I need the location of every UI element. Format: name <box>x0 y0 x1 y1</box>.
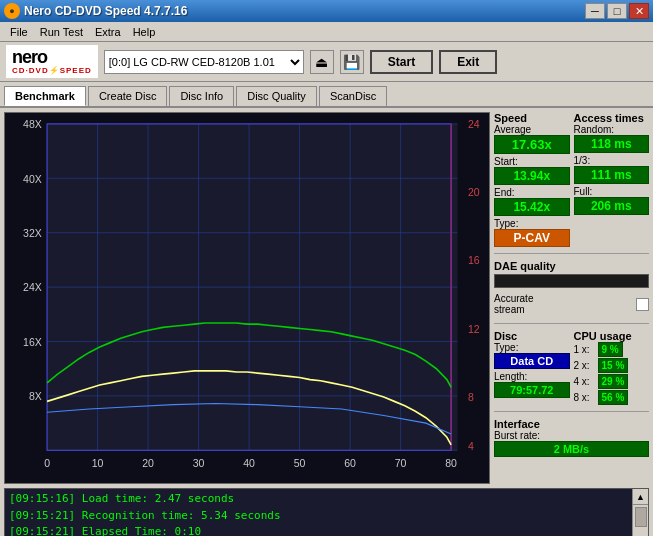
tab-disc-info[interactable]: Disc Info <box>169 86 234 106</box>
logo: nero CD·DVD⚡SPEED <box>6 45 98 78</box>
speed-end-label: End: <box>494 187 570 198</box>
svg-text:0: 0 <box>44 457 50 469</box>
accurate-stream-row: Accurate stream <box>494 293 649 315</box>
accurate-stream-label: Accurate <box>494 293 633 304</box>
disc-cpu-row: Disc Type: Data CD Length: 79:57.72 CPU … <box>494 330 649 405</box>
close-button[interactable]: ✕ <box>629 3 649 19</box>
cpu-8x: 8 x: 56 % <box>574 390 650 405</box>
speed-average-label: Average <box>494 124 570 135</box>
exit-button[interactable]: Exit <box>439 50 497 74</box>
interface-title: Interface <box>494 418 649 430</box>
disc-section: Disc Type: Data CD Length: 79:57.72 <box>494 330 570 405</box>
speed-type-value: P-CAV <box>494 229 570 247</box>
access-random-value: 118 ms <box>574 135 650 153</box>
title-controls: ─ □ ✕ <box>585 3 649 19</box>
cpu-4x-label: 4 x: <box>574 376 596 387</box>
svg-text:4: 4 <box>468 440 474 452</box>
log-entry-3: [09:15:21] Elapsed Time: 0:10 <box>9 524 628 536</box>
svg-text:8: 8 <box>468 391 474 403</box>
speed-end-value: 15.42x <box>494 198 570 216</box>
main-content: 48X 40X 32X 24X 16X 8X 24 20 16 12 8 4 0… <box>0 108 653 488</box>
svg-text:24X: 24X <box>23 281 42 293</box>
menu-help[interactable]: Help <box>127 24 162 40</box>
chart-area: 48X 40X 32X 24X 16X 8X 24 20 16 12 8 4 0… <box>4 112 490 484</box>
app-icon: ● <box>4 3 20 19</box>
tab-bar: Benchmark Create Disc Disc Info Disc Qua… <box>0 82 653 108</box>
svg-text:80: 80 <box>445 457 457 469</box>
menu-bar: File Run Test Extra Help <box>0 22 653 42</box>
svg-text:40: 40 <box>243 457 255 469</box>
start-button[interactable]: Start <box>370 50 433 74</box>
log-entry-1: [09:15:16] Load time: 2.47 seconds <box>9 491 628 508</box>
dae-title: DAE quality <box>494 260 649 272</box>
cpu-8x-value: 56 % <box>598 390 629 405</box>
cpu-1x: 1 x: 9 % <box>574 342 650 357</box>
accurate-stream-label2: stream <box>494 304 633 315</box>
svg-text:40X: 40X <box>23 172 42 184</box>
access-full-label: Full: <box>574 186 650 197</box>
log-entry-2: [09:15:21] Recognition time: 5.34 second… <box>9 508 628 525</box>
access-onethird-value: 111 ms <box>574 166 650 184</box>
menu-extra[interactable]: Extra <box>89 24 127 40</box>
disc-length-label: Length: <box>494 371 570 382</box>
speed-type-label: Type: <box>494 218 570 229</box>
disc-type-label: Type: <box>494 342 570 353</box>
menu-file[interactable]: File <box>4 24 34 40</box>
dae-section: DAE quality <box>494 260 649 290</box>
cpu-2x: 2 x: 15 % <box>574 358 650 373</box>
scroll-thumb[interactable] <box>633 505 648 536</box>
access-full-value: 206 ms <box>574 197 650 215</box>
svg-text:20: 20 <box>468 186 480 198</box>
svg-text:16X: 16X <box>23 336 42 348</box>
disc-title: Disc <box>494 330 570 342</box>
speed-average-value: 17.63x <box>494 135 570 154</box>
disc-type-value: Data CD <box>494 353 570 369</box>
svg-text:60: 60 <box>344 457 356 469</box>
svg-text:50: 50 <box>294 457 306 469</box>
logo-sub-text: CD·DVD⚡SPEED <box>12 66 92 75</box>
tab-disc-quality[interactable]: Disc Quality <box>236 86 317 106</box>
minimize-button[interactable]: ─ <box>585 3 605 19</box>
svg-text:20: 20 <box>142 457 154 469</box>
toolbar: nero CD·DVD⚡SPEED [0:0] LG CD-RW CED-812… <box>0 42 653 82</box>
title-bar: ● Nero CD-DVD Speed 4.7.7.16 ─ □ ✕ <box>0 0 653 22</box>
burst-rate-value: 2 MB/s <box>494 441 649 457</box>
menu-run-test[interactable]: Run Test <box>34 24 89 40</box>
log-scrollbar: ▲ ▼ <box>632 489 648 536</box>
right-panel: Speed Average 17.63x Start: 13.94x End: … <box>494 112 649 484</box>
tab-scan-disc[interactable]: ScanDisc <box>319 86 387 106</box>
svg-text:10: 10 <box>92 457 104 469</box>
scroll-up-button[interactable]: ▲ <box>633 489 648 505</box>
speed-section: Speed Average 17.63x Start: 13.94x End: … <box>494 112 570 247</box>
speed-title: Speed <box>494 112 570 124</box>
drive-selector[interactable]: [0:0] LG CD-RW CED-8120B 1.01 <box>104 50 304 74</box>
maximize-button[interactable]: □ <box>607 3 627 19</box>
burst-rate-label: Burst rate: <box>494 430 649 441</box>
cpu-8x-label: 8 x: <box>574 392 596 403</box>
window-title: Nero CD-DVD Speed 4.7.7.16 <box>24 4 187 18</box>
speed-start-label: Start: <box>494 156 570 167</box>
cpu-title: CPU usage <box>574 330 650 342</box>
access-title: Access times <box>574 112 650 124</box>
accurate-stream-checkbox[interactable] <box>636 298 649 311</box>
access-random-label: Random: <box>574 124 650 135</box>
logo-nero-text: nero <box>12 48 47 66</box>
svg-text:16: 16 <box>468 254 480 266</box>
interface-section: Interface Burst rate: 2 MB/s <box>494 418 649 457</box>
cpu-section: CPU usage 1 x: 9 % 2 x: 15 % 4 x: 29 % 8… <box>574 330 650 405</box>
svg-text:32X: 32X <box>23 227 42 239</box>
speed-start-value: 13.94x <box>494 167 570 185</box>
disc-length-value: 79:57.72 <box>494 382 570 398</box>
svg-text:48X: 48X <box>23 118 42 130</box>
cpu-4x: 4 x: 29 % <box>574 374 650 389</box>
tab-create-disc[interactable]: Create Disc <box>88 86 167 106</box>
log-area-wrapper: [09:15:16] Load time: 2.47 seconds [09:1… <box>4 488 649 536</box>
tab-benchmark[interactable]: Benchmark <box>4 86 86 106</box>
svg-text:12: 12 <box>468 323 480 335</box>
save-button[interactable]: 💾 <box>340 50 364 74</box>
cpu-2x-label: 2 x: <box>574 360 596 371</box>
cpu-4x-value: 29 % <box>598 374 629 389</box>
eject-button[interactable]: ⏏ <box>310 50 334 74</box>
dae-bar <box>494 274 649 288</box>
access-onethird-label: 1/3: <box>574 155 650 166</box>
